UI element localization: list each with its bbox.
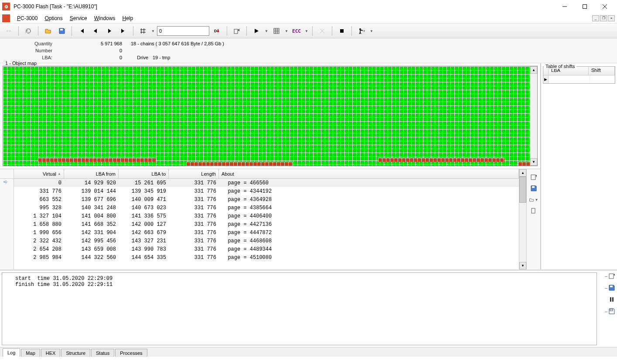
- menu-windows[interactable]: Windows: [91, 14, 119, 23]
- svg-rect-4: [60, 29, 63, 31]
- tab-log[interactable]: Log: [3, 348, 20, 357]
- log-save-as-button[interactable]: [608, 308, 615, 316]
- nav-first-button[interactable]: [75, 25, 88, 37]
- menu-help[interactable]: Help: [119, 14, 136, 23]
- tab-processes[interactable]: Processes: [115, 349, 147, 357]
- table-row[interactable]: 331 776139 014 144139 345 919331 776 pag…: [14, 187, 519, 195]
- svg-rect-12: [532, 208, 535, 213]
- col-virtual[interactable]: Virtual ▲: [14, 169, 64, 178]
- quantity-value: 5 971 968: [57, 41, 126, 46]
- minimize-button[interactable]: [555, 0, 575, 13]
- tool-save-button[interactable]: [56, 25, 68, 37]
- svg-rect-8: [340, 29, 344, 33]
- log-pause-button[interactable]: [608, 296, 615, 304]
- maximize-button[interactable]: [575, 0, 595, 13]
- tab-structure[interactable]: Structure: [61, 349, 90, 357]
- svg-rect-1: [583, 5, 587, 9]
- svg-rect-13: [609, 274, 614, 279]
- window-title: PC-3000 Flash [Task - "E:\AU8910"]: [14, 3, 555, 10]
- tool-stop-button[interactable]: [336, 25, 348, 37]
- exit-dropdown[interactable]: ▼: [369, 29, 374, 33]
- svg-rect-17: [610, 309, 613, 311]
- tool-export-button[interactable]: [231, 25, 243, 37]
- table-row[interactable]: 1 990 656142 331 904142 663 679331 776 p…: [14, 228, 519, 237]
- svg-text:D: D: [214, 29, 217, 33]
- mdi-minimize-button[interactable]: _: [592, 15, 599, 21]
- col-lba-to[interactable]: LBA to: [119, 169, 169, 178]
- table-row[interactable]: 1 658 880141 668 352142 000 127331 776 p…: [14, 220, 519, 228]
- scroll-thumb[interactable]: [519, 177, 526, 203]
- col-about[interactable]: About: [219, 169, 519, 178]
- table-row[interactable]: 2 322 432142 995 456143 327 231331 776 p…: [14, 237, 519, 245]
- tab-hex[interactable]: HEX: [41, 349, 61, 357]
- object-map-grid[interactable]: [3, 66, 530, 166]
- table-header: Virtual ▲ LBA from LBA to Length About: [14, 169, 519, 179]
- table-row[interactable]: 995 328140 341 248140 673 023331 776 pag…: [14, 204, 519, 212]
- toolbar: ▼ D ▼ ▼ ECC ▼ ▼: [0, 24, 617, 38]
- play-dropdown[interactable]: ▼: [264, 29, 269, 33]
- scroll-down-button[interactable]: ▼: [530, 158, 537, 166]
- svg-rect-6: [234, 29, 238, 34]
- object-map-error-region: [38, 158, 156, 162]
- scroll-up-button[interactable]: ▲: [519, 169, 526, 177]
- mdi-close-button[interactable]: ×: [608, 15, 615, 21]
- titlebar: ⚙ PC-3000 Flash [Task - "E:\AU8910"]: [0, 0, 617, 13]
- tool-download-arrow-button[interactable]: D: [211, 25, 223, 37]
- tool-disconnect-button[interactable]: [3, 25, 15, 37]
- side-refresh-button[interactable]: [528, 172, 539, 182]
- info-panel: Quantity 5 971 968 18 - chains ( 3 057 6…: [0, 38, 617, 63]
- nav-prev-button[interactable]: [89, 25, 102, 37]
- log-save-button[interactable]: [608, 284, 615, 293]
- nav-next-button[interactable]: [103, 25, 116, 37]
- table-row-indicator-column: ➪: [0, 169, 14, 269]
- col-lba-from[interactable]: LBA from: [64, 169, 119, 178]
- ecc-dropdown[interactable]: ▼: [304, 29, 309, 33]
- object-map-scrollbar[interactable]: ▲ ▼: [530, 66, 537, 166]
- shifts-col-shift[interactable]: Shift: [589, 67, 615, 75]
- col-length[interactable]: Length: [169, 169, 219, 178]
- table-row[interactable]: 663 552139 677 696140 009 471331 776 pag…: [14, 195, 519, 204]
- mdi-restore-button[interactable]: ❐: [600, 15, 607, 21]
- table-row[interactable]: 2 654 208143 659 008143 990 783331 776 p…: [14, 245, 519, 253]
- menu-pc-3000[interactable]: PC-3000: [14, 14, 41, 23]
- side-open-button[interactable]: ▼: [528, 194, 539, 205]
- grid-dropdown[interactable]: ▼: [284, 29, 289, 33]
- log-text[interactable]: start time 31.05.2020 22:29:09 finish ti…: [2, 272, 597, 345]
- tool-hash-button[interactable]: [137, 25, 149, 37]
- tool-settings-button[interactable]: [316, 25, 328, 37]
- tab-map[interactable]: Map: [21, 349, 40, 357]
- number-value: 0: [57, 48, 126, 53]
- object-map-error-region: [518, 162, 530, 166]
- tool-grid-button[interactable]: [270, 25, 283, 37]
- number-input[interactable]: [157, 26, 209, 36]
- table-row[interactable]: 2 985 984144 322 560144 654 335331 776 p…: [14, 253, 519, 262]
- menu-service[interactable]: Service: [66, 14, 91, 23]
- shifts-row[interactable]: ▶: [543, 75, 615, 83]
- log-panel: start time 31.05.2020 22:29:09 finish ti…: [0, 269, 617, 357]
- tool-play-button[interactable]: [250, 25, 262, 37]
- tool-ecc-button[interactable]: ECC: [290, 25, 303, 37]
- quantity-label: Quantity: [4, 41, 57, 46]
- scroll-up-button[interactable]: ▲: [530, 66, 537, 74]
- side-save-button[interactable]: [528, 183, 539, 194]
- scroll-down-button[interactable]: ▼: [519, 262, 526, 269]
- table-row[interactable]: 014 929 92015 261 695331 776 page = 4665…: [14, 179, 519, 187]
- drive-label: Drive: [126, 55, 153, 60]
- nav-last-button[interactable]: [117, 25, 130, 37]
- menu-options[interactable]: Options: [41, 14, 66, 23]
- tool-refresh-button[interactable]: [22, 25, 34, 37]
- close-button[interactable]: [595, 0, 615, 13]
- svg-rect-7: [274, 28, 279, 34]
- lba-label: LBA:: [4, 55, 57, 60]
- tool-exit-button[interactable]: [355, 25, 368, 37]
- hash-dropdown[interactable]: ▼: [151, 29, 155, 33]
- table-row[interactable]: 1 327 104141 004 800141 336 575331 776 p…: [14, 212, 519, 220]
- tool-open-button[interactable]: [42, 25, 54, 37]
- number-label: Number: [4, 48, 57, 53]
- side-copy-button[interactable]: [528, 206, 539, 216]
- data-table-panel: ➪ Virtual ▲ LBA from LBA to Length About…: [0, 169, 540, 269]
- tab-status[interactable]: Status: [91, 349, 114, 357]
- log-export-button[interactable]: [608, 272, 615, 281]
- table-scrollbar[interactable]: ▲ ▼: [519, 169, 526, 269]
- chains-info: 18 - chains ( 3 057 647 616 Byte / 2,85 …: [126, 41, 224, 46]
